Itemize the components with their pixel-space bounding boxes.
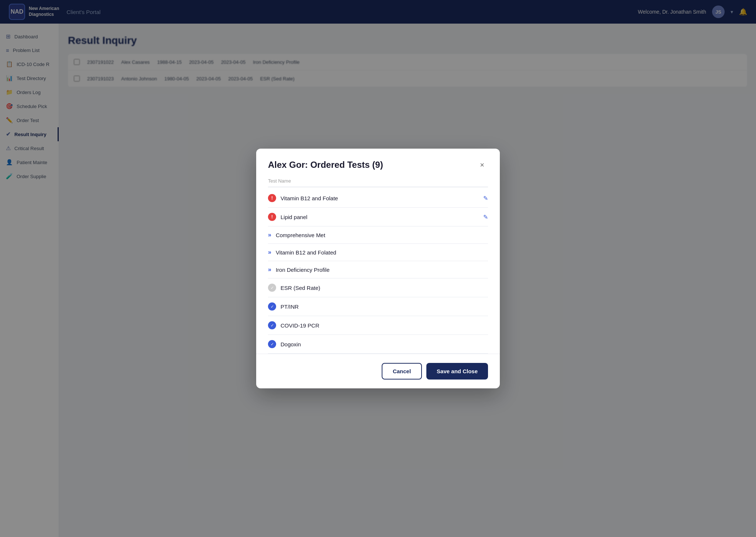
save-close-button[interactable]: Save and Close xyxy=(426,363,488,380)
modal-footer: Cancel Save and Close xyxy=(256,354,500,388)
ordered-tests-modal: Alex Gor: Ordered Tests (9) × Test Name … xyxy=(256,149,500,388)
double-arrow-icon: » xyxy=(268,266,271,273)
test-name: Vitamin B12 and Folated xyxy=(276,249,336,256)
test-row-7: ✓ COVID-19 PCR xyxy=(268,316,488,335)
test-row-5: ✓ ESR (Sed Rate) xyxy=(268,278,488,297)
modal-title: Alex Gor: Ordered Tests (9) xyxy=(268,160,383,170)
test-name: COVID-19 PCR xyxy=(281,322,319,329)
modal-body: Test Name ! Vitamin B12 and Folate ✎ ! L… xyxy=(256,178,500,354)
test-name: Lipid panel xyxy=(281,214,307,220)
gray-check-icon: ✓ xyxy=(268,284,276,292)
test-row-8: ✓ Dogoxin xyxy=(268,335,488,354)
edit-icon[interactable]: ✎ xyxy=(483,214,488,221)
test-row-left: » Vitamin B12 and Folated xyxy=(268,249,336,256)
close-button[interactable]: × xyxy=(476,159,488,171)
double-arrow-icon: » xyxy=(268,232,271,238)
test-row-0: ! Vitamin B12 and Folate ✎ xyxy=(268,189,488,208)
test-name: Comprehensive Met xyxy=(276,232,325,238)
test-row-left: ✓ COVID-19 PCR xyxy=(268,321,319,329)
test-name: Iron Deficiency Profile xyxy=(276,267,330,273)
test-name: Dogoxin xyxy=(281,341,301,347)
test-name: PT/INR xyxy=(281,304,299,310)
test-row-left: ✓ Dogoxin xyxy=(268,340,301,348)
test-row-left: » Iron Deficiency Profile xyxy=(268,266,330,273)
cancel-button[interactable]: Cancel xyxy=(382,363,422,380)
test-row-1: ! Lipid panel ✎ xyxy=(268,208,488,226)
test-row-left: ! Lipid panel xyxy=(268,213,307,221)
column-header: Test Name xyxy=(268,178,488,187)
edit-icon[interactable]: ✎ xyxy=(483,195,488,202)
test-row-2: » Comprehensive Met xyxy=(268,226,488,244)
blue-check-icon: ✓ xyxy=(268,321,276,329)
error-status-icon: ! xyxy=(268,194,276,202)
error-status-icon: ! xyxy=(268,213,276,221)
test-row-left: ! Vitamin B12 and Folate xyxy=(268,194,338,202)
test-name: ESR (Sed Rate) xyxy=(281,285,320,291)
modal-overlay: Alex Gor: Ordered Tests (9) × Test Name … xyxy=(0,0,756,537)
double-arrow-icon: » xyxy=(268,249,271,256)
test-row-3: » Vitamin B12 and Folated xyxy=(268,244,488,261)
blue-check-icon: ✓ xyxy=(268,302,276,311)
test-name: Vitamin B12 and Folate xyxy=(281,195,338,201)
blue-check-icon: ✓ xyxy=(268,340,276,348)
test-row-left: ✓ PT/INR xyxy=(268,302,299,311)
test-row-6: ✓ PT/INR xyxy=(268,297,488,316)
test-row-left: ✓ ESR (Sed Rate) xyxy=(268,284,320,292)
test-row-left: » Comprehensive Met xyxy=(268,232,325,238)
test-row-4: » Iron Deficiency Profile xyxy=(268,261,488,278)
modal-header: Alex Gor: Ordered Tests (9) × xyxy=(256,149,500,178)
